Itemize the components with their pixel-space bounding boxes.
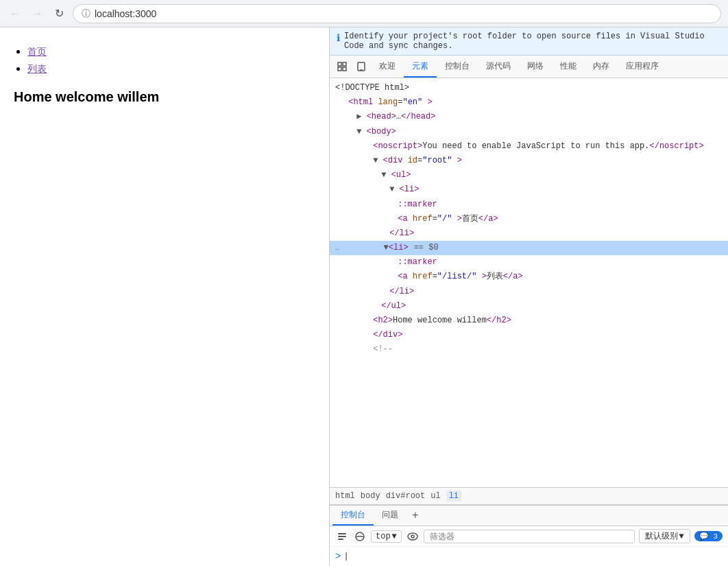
nav-list: 首页 列表 xyxy=(14,45,315,75)
breadcrumb: html body div#root ul li xyxy=(330,487,728,505)
message-count: 💬 xyxy=(699,532,709,541)
dom-line-highlighted: … ▼ <li> == $0 xyxy=(330,241,728,255)
console-tabs: 控制台 问题 + xyxy=(330,506,728,526)
breadcrumb-body[interactable]: body xyxy=(361,491,380,501)
top-label: top xyxy=(376,532,391,541)
back-button[interactable]: ← xyxy=(7,5,23,22)
devtools-banner: ℹ Identify your project's root folder to… xyxy=(330,27,728,56)
dom-line: ::marker xyxy=(330,255,728,270)
address-bar: ⓘ xyxy=(73,4,721,23)
svg-point-12 xyxy=(411,535,414,538)
svg-rect-4 xyxy=(358,62,365,71)
console-section: 控制台 问题 + xyxy=(330,505,728,566)
dom-line: ▼ <li> xyxy=(330,182,728,197)
banner-info-icon: ℹ xyxy=(337,32,340,44)
svg-rect-2 xyxy=(338,67,341,71)
dom-tree[interactable]: <!DOCTYPE html> <html lang="en" > ▶ <hea… xyxy=(330,78,728,487)
dom-line: ▼ <ul> xyxy=(330,168,728,182)
console-tab-issues[interactable]: 问题 xyxy=(374,506,407,526)
dropdown-arrow-icon: ▼ xyxy=(392,532,397,541)
add-tab-button[interactable]: + xyxy=(407,506,424,526)
dom-line: <a href="/list/" >列表</a> xyxy=(330,270,728,284)
dom-line: </li> xyxy=(330,285,728,299)
dom-line: </li> xyxy=(330,226,728,241)
level-dropdown-arrow-icon: ▼ xyxy=(679,532,684,541)
tab-network[interactable]: 网络 xyxy=(519,56,552,78)
dom-line: </ul> xyxy=(330,299,728,314)
dom-line: <a href="/" >首页</a> xyxy=(330,212,728,226)
message-count-badge[interactable]: 💬 3 xyxy=(694,531,723,541)
breadcrumb-ul[interactable]: ul xyxy=(430,491,440,501)
svg-rect-7 xyxy=(338,536,346,537)
svg-point-11 xyxy=(408,533,417,540)
breadcrumb-html[interactable]: html xyxy=(335,491,355,501)
device-icon[interactable] xyxy=(352,56,371,78)
nav-item-home: 首页 xyxy=(27,45,315,58)
dom-line: ▶ <head>…</head> xyxy=(330,110,728,124)
tab-performance[interactable]: 性能 xyxy=(552,56,585,78)
dom-line: ::marker xyxy=(330,198,728,212)
svg-rect-0 xyxy=(338,62,341,66)
dom-line: <!DOCTYPE html> xyxy=(330,81,728,95)
forward-button[interactable]: → xyxy=(29,5,45,22)
no-entry-icon[interactable] xyxy=(353,530,367,543)
info-icon: ⓘ xyxy=(82,8,90,20)
level-label: 默认级别 xyxy=(645,530,678,542)
banner-text: Identify your project's root folder to o… xyxy=(344,32,721,51)
console-toolbar: top ▼ 默认级别 ▼ 💬 3 xyxy=(330,526,728,547)
dom-line: </div> xyxy=(330,328,728,342)
eye-icon[interactable] xyxy=(406,530,420,543)
console-tab-console[interactable]: 控制台 xyxy=(332,506,374,526)
svg-rect-3 xyxy=(343,67,346,71)
devtools-tabs: 欢迎 元素 控制台 源代码 网络 性能 内存 应用程序 xyxy=(330,56,728,78)
dom-line: <noscript>You need to enable JavaScript … xyxy=(330,139,728,154)
tab-application[interactable]: 应用程序 xyxy=(618,56,667,78)
page-heading: Home welcome willem xyxy=(14,89,315,105)
tab-elements[interactable]: 元素 xyxy=(404,56,437,78)
main-area: 首页 列表 Home welcome willem ℹ Identify you… xyxy=(0,27,728,566)
console-prompt: > xyxy=(335,551,341,562)
clear-console-button[interactable] xyxy=(335,530,349,543)
context-dropdown[interactable]: top ▼ xyxy=(371,530,402,543)
console-input-area: > | xyxy=(330,547,728,566)
inspect-icon[interactable] xyxy=(332,56,352,78)
dom-line: <!-- xyxy=(330,342,728,357)
message-count-number: 3 xyxy=(713,532,718,541)
nav-link-home[interactable]: 首页 xyxy=(27,46,47,57)
svg-rect-6 xyxy=(338,533,346,534)
tab-memory[interactable]: 内存 xyxy=(585,56,618,78)
tab-sources[interactable]: 源代码 xyxy=(478,56,519,78)
svg-rect-8 xyxy=(338,539,343,540)
page-nav: 首页 列表 xyxy=(14,45,315,75)
tab-welcome[interactable]: 欢迎 xyxy=(371,56,404,78)
tab-console[interactable]: 控制台 xyxy=(437,56,478,78)
nav-item-list: 列表 xyxy=(27,62,315,75)
dom-line: ▼ <div id="root" > xyxy=(330,154,728,168)
url-input[interactable] xyxy=(95,8,712,19)
reload-button[interactable]: ↻ xyxy=(51,5,67,22)
browser-toolbar: ← → ↻ ⓘ xyxy=(0,0,728,27)
page-content: 首页 列表 Home welcome willem xyxy=(0,27,329,566)
nav-link-list[interactable]: 列表 xyxy=(27,63,47,74)
devtools-panel: ℹ Identify your project's root folder to… xyxy=(329,27,728,566)
svg-rect-1 xyxy=(343,62,346,66)
breadcrumb-li[interactable]: li xyxy=(446,491,461,502)
filter-input[interactable] xyxy=(424,530,635,543)
dom-line: ▼ <body> xyxy=(330,125,728,139)
dom-line: <h2>Home welcome willem</h2> xyxy=(330,314,728,328)
console-cursor[interactable]: | xyxy=(343,552,348,561)
breadcrumb-div-root[interactable]: div#root xyxy=(386,491,426,501)
level-dropdown[interactable]: 默认级别 ▼ xyxy=(639,529,690,543)
dom-line: <html lang="en" > xyxy=(330,95,728,110)
